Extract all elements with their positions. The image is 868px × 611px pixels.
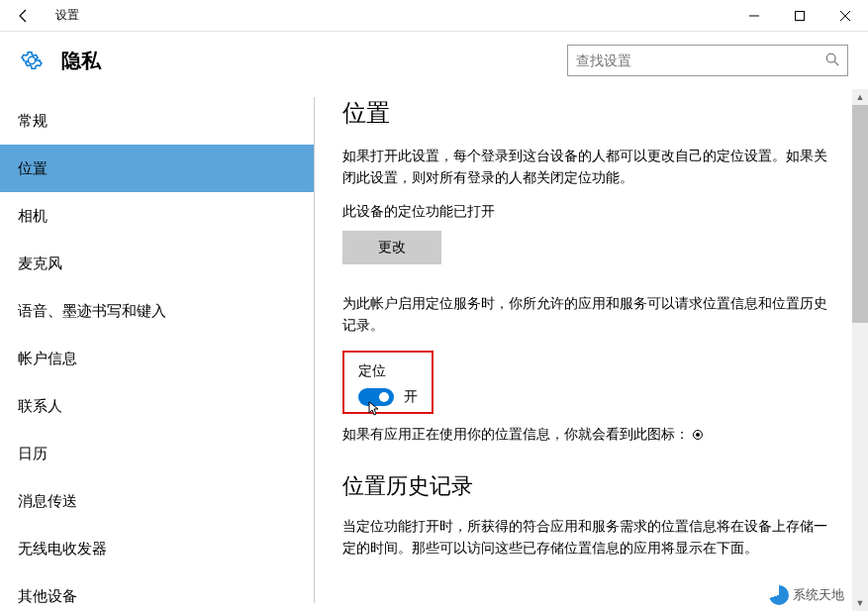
search-input[interactable] xyxy=(576,52,825,68)
sidebar-item[interactable]: 消息传送 xyxy=(0,477,314,525)
scroll-down-arrow[interactable]: ▼ xyxy=(852,595,868,611)
content-pane: 位置 如果打开此设置，每个登录到这台设备的人都可以更改自己的定位设置。如果关闭此… xyxy=(315,89,868,611)
search-icon xyxy=(825,52,839,69)
maximize-button[interactable] xyxy=(777,0,822,32)
section-heading-history: 位置历史记录 xyxy=(342,471,840,501)
sidebar-item[interactable]: 帐户信息 xyxy=(0,335,314,382)
sidebar: 常规位置相机麦克风语音、墨迹书写和键入帐户信息联系人日历消息传送无线电收发器其他… xyxy=(0,89,314,611)
sidebar-item[interactable]: 语音、墨迹书写和键入 xyxy=(0,287,314,335)
history-description: 当定位功能打开时，所获得的符合应用和服务需求的位置信息将在设备上存储一定的时间。… xyxy=(342,515,840,560)
sidebar-item[interactable]: 麦克风 xyxy=(0,240,314,287)
sidebar-item[interactable]: 联系人 xyxy=(0,382,314,430)
sidebar-item[interactable]: 无线电收发器 xyxy=(0,525,314,572)
highlight-annotation: 定位 开 xyxy=(342,351,434,414)
scrollbar[interactable]: ▲ ▼ xyxy=(852,89,868,611)
location-indicator-icon xyxy=(693,430,703,440)
svg-point-4 xyxy=(826,53,835,62)
search-box[interactable] xyxy=(567,45,848,76)
section-heading-location: 位置 xyxy=(342,97,840,129)
scroll-up-arrow[interactable]: ▲ xyxy=(852,89,868,105)
page-title: 隐私 xyxy=(61,48,101,74)
svg-line-5 xyxy=(834,61,838,65)
close-button[interactable] xyxy=(822,0,868,32)
toggle-state-text: 开 xyxy=(404,388,418,406)
svg-rect-1 xyxy=(796,11,805,20)
account-location-description: 为此帐户启用定位服务时，你所允许的应用和服务可以请求位置信息和位置历史记录。 xyxy=(342,292,840,337)
sidebar-item[interactable]: 日历 xyxy=(0,430,314,477)
scrollbar-thumb[interactable] xyxy=(852,105,868,323)
device-location-status: 此设备的定位功能已打开 xyxy=(342,203,840,221)
toggle-label: 定位 xyxy=(358,362,418,380)
sidebar-item[interactable]: 相机 xyxy=(0,192,314,240)
change-button[interactable]: 更改 xyxy=(342,231,441,264)
back-button[interactable] xyxy=(0,0,48,32)
sidebar-item[interactable]: 常规 xyxy=(0,97,314,145)
window-title: 设置 xyxy=(55,7,79,24)
gear-icon xyxy=(20,49,44,72)
minimize-button[interactable] xyxy=(731,0,777,32)
description-text: 如果打开此设置，每个登录到这台设备的人都可以更改自己的定位设置。如果关闭此设置，… xyxy=(342,145,840,189)
indicator-line: 如果有应用正在使用你的位置信息，你就会看到此图标： xyxy=(342,426,840,444)
sidebar-item[interactable]: 其他设备 xyxy=(0,572,314,611)
location-toggle[interactable] xyxy=(358,388,394,406)
sidebar-item[interactable]: 位置 xyxy=(0,145,314,192)
